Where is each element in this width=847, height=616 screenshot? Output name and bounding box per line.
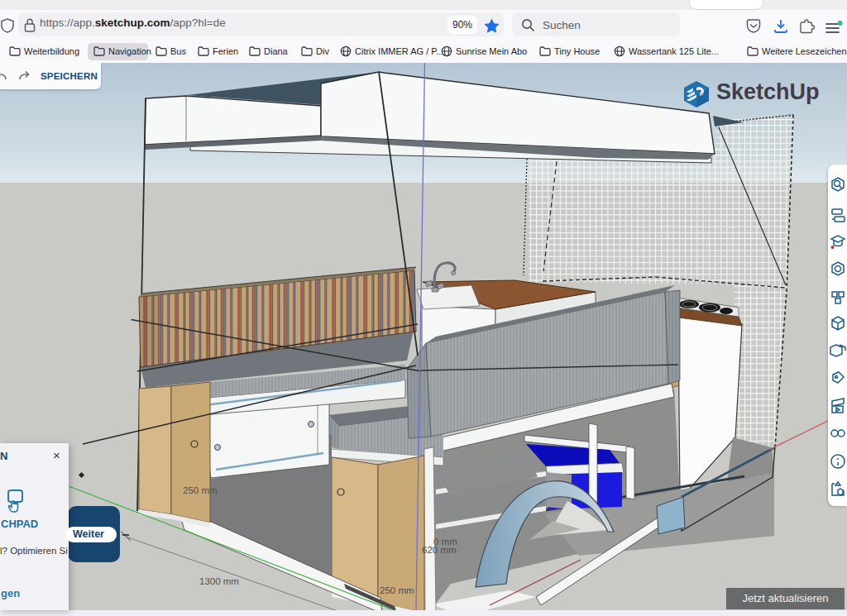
svg-text:250 mm: 250 mm [183, 485, 218, 495]
svg-text:250 mm: 250 mm [380, 585, 414, 595]
svg-text:620 mm: 620 mm [422, 545, 457, 555]
svg-text:1300 mm: 1300 mm [199, 576, 239, 586]
